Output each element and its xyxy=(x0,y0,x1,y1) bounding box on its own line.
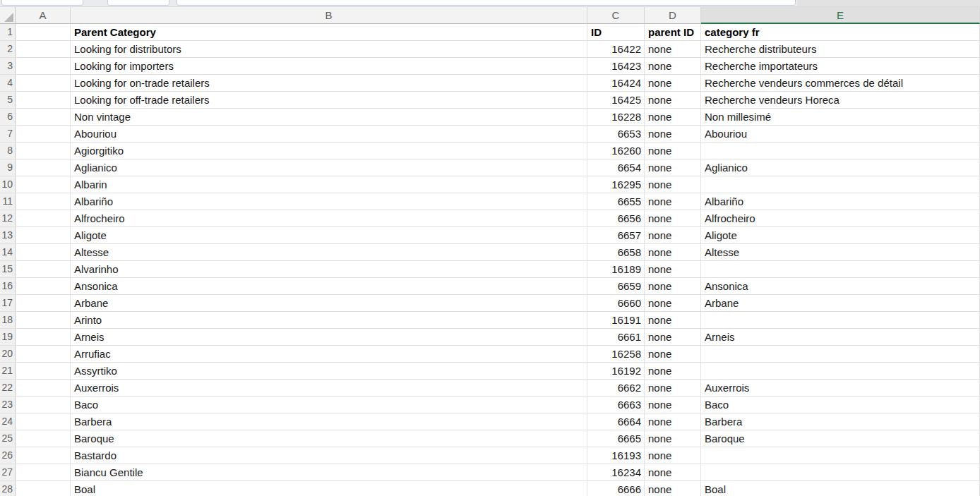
column-header-d[interactable]: D xyxy=(645,7,701,24)
cell-C24[interactable]: 6664 xyxy=(587,413,645,430)
cell-B7[interactable]: Abouriou xyxy=(71,126,587,143)
cell-D16[interactable]: none xyxy=(645,278,701,295)
cell-B11[interactable]: Albariño xyxy=(71,193,587,210)
cell-D21[interactable]: none xyxy=(645,363,701,380)
cell-A21[interactable] xyxy=(16,363,71,380)
row-header-17[interactable]: 17 xyxy=(0,295,16,312)
row-header-27[interactable]: 27 xyxy=(0,464,16,481)
cell-A5[interactable] xyxy=(16,92,71,109)
row-header-3[interactable]: 3 xyxy=(0,58,16,75)
cell-A11[interactable] xyxy=(16,193,71,210)
cell-D15[interactable]: none xyxy=(645,261,701,278)
row-header-2[interactable]: 2 xyxy=(0,41,16,58)
row-header-8[interactable]: 8 xyxy=(0,143,16,159)
cell-E9[interactable]: Aglianico xyxy=(701,159,980,176)
cell-C6[interactable]: 16228 xyxy=(587,109,645,126)
cell-A1[interactable] xyxy=(16,24,71,41)
cell-E1[interactable]: category fr xyxy=(701,24,980,41)
cell-C13[interactable]: 6657 xyxy=(587,227,645,244)
cell-B27[interactable]: Biancu Gentile xyxy=(71,464,587,481)
cell-C8[interactable]: 16260 xyxy=(587,143,645,159)
cell-B18[interactable]: Arinto xyxy=(71,312,587,329)
cell-A25[interactable] xyxy=(16,430,71,447)
row-header-6[interactable]: 6 xyxy=(0,109,16,126)
cell-A10[interactable] xyxy=(16,176,71,193)
row-header-13[interactable]: 13 xyxy=(0,227,16,244)
cell-E23[interactable]: Baco xyxy=(701,397,980,413)
cell-E14[interactable]: Altesse xyxy=(701,244,980,261)
cell-B21[interactable]: Assyrtiko xyxy=(71,363,587,380)
cell-D11[interactable]: none xyxy=(645,193,701,210)
cell-E25[interactable]: Baroque xyxy=(701,430,980,447)
cell-B1[interactable]: Parent Category xyxy=(71,24,587,41)
cell-A18[interactable] xyxy=(16,312,71,329)
cell-E21[interactable] xyxy=(701,363,980,380)
cell-E18[interactable] xyxy=(701,312,980,329)
cell-B13[interactable]: Aligote xyxy=(71,227,587,244)
cell-A3[interactable] xyxy=(16,58,71,75)
cell-C11[interactable]: 6655 xyxy=(587,193,645,210)
cell-B23[interactable]: Baco xyxy=(71,397,587,413)
cell-C10[interactable]: 16295 xyxy=(587,176,645,193)
cell-A26[interactable] xyxy=(16,447,71,464)
row-header-14[interactable]: 14 xyxy=(0,244,16,261)
cell-A12[interactable] xyxy=(16,210,71,227)
row-header-24[interactable]: 24 xyxy=(0,413,16,430)
cell-C19[interactable]: 6661 xyxy=(587,329,645,346)
cell-B16[interactable]: Ansonica xyxy=(71,278,587,295)
cell-C20[interactable]: 16258 xyxy=(587,346,645,363)
cell-D10[interactable]: none xyxy=(645,176,701,193)
cell-D3[interactable]: none xyxy=(645,58,701,75)
cell-A23[interactable] xyxy=(16,397,71,413)
cell-D1[interactable]: parent ID xyxy=(645,24,701,41)
cell-B12[interactable]: Alfrocheiro xyxy=(71,210,587,227)
cell-B24[interactable]: Barbera xyxy=(71,413,587,430)
cell-E12[interactable]: Alfrocheiro xyxy=(701,210,980,227)
column-header-b[interactable]: B xyxy=(71,7,587,24)
cell-D20[interactable]: none xyxy=(645,346,701,363)
cell-E7[interactable]: Abouriou xyxy=(701,126,980,143)
cell-E17[interactable]: Arbane xyxy=(701,295,980,312)
cell-A8[interactable] xyxy=(16,143,71,159)
cell-B6[interactable]: Non vintage xyxy=(71,109,587,126)
cell-E19[interactable]: Arneis xyxy=(701,329,980,346)
cell-D6[interactable]: none xyxy=(645,109,701,126)
cell-A4[interactable] xyxy=(16,75,71,92)
row-header-10[interactable]: 10 xyxy=(0,176,16,193)
cell-A16[interactable] xyxy=(16,278,71,295)
cell-B10[interactable]: Albarin xyxy=(71,176,587,193)
cell-D2[interactable]: none xyxy=(645,41,701,58)
formula-input[interactable] xyxy=(177,0,796,6)
select-all-corner[interactable] xyxy=(0,7,16,24)
cell-E5[interactable]: Recherche vendeurs Horeca xyxy=(701,92,980,109)
row-header-22[interactable]: 22 xyxy=(0,380,16,397)
cell-A28[interactable] xyxy=(16,481,71,496)
cell-C16[interactable]: 6659 xyxy=(587,278,645,295)
cell-D13[interactable]: none xyxy=(645,227,701,244)
cell-C2[interactable]: 16422 xyxy=(587,41,645,58)
cell-A27[interactable] xyxy=(16,464,71,481)
cell-A9[interactable] xyxy=(16,159,71,176)
cell-C27[interactable]: 16234 xyxy=(587,464,645,481)
cell-E26[interactable] xyxy=(701,447,980,464)
column-header-e-selected[interactable]: E xyxy=(701,7,980,24)
cell-A19[interactable] xyxy=(16,329,71,346)
cell-A14[interactable] xyxy=(16,244,71,261)
row-header-12[interactable]: 12 xyxy=(0,210,16,227)
row-header-15[interactable]: 15 xyxy=(0,261,16,278)
cell-B19[interactable]: Arneis xyxy=(71,329,587,346)
row-header-9[interactable]: 9 xyxy=(0,159,16,176)
cell-D26[interactable]: none xyxy=(645,447,701,464)
row-header-11[interactable]: 11 xyxy=(0,193,16,210)
cell-A2[interactable] xyxy=(16,41,71,58)
cell-A17[interactable] xyxy=(16,295,71,312)
cell-C4[interactable]: 16424 xyxy=(587,75,645,92)
cell-B5[interactable]: Looking for off-trade retailers xyxy=(71,92,587,109)
cell-D18[interactable]: none xyxy=(645,312,701,329)
cell-E3[interactable]: Recherche importateurs xyxy=(701,58,980,75)
row-header-25[interactable]: 25 xyxy=(0,430,16,447)
cell-E6[interactable]: Non millesimé xyxy=(701,109,980,126)
cell-B4[interactable]: Looking for on-trade retailers xyxy=(71,75,587,92)
row-header-5[interactable]: 5 xyxy=(0,92,16,109)
cell-D22[interactable]: none xyxy=(645,380,701,397)
